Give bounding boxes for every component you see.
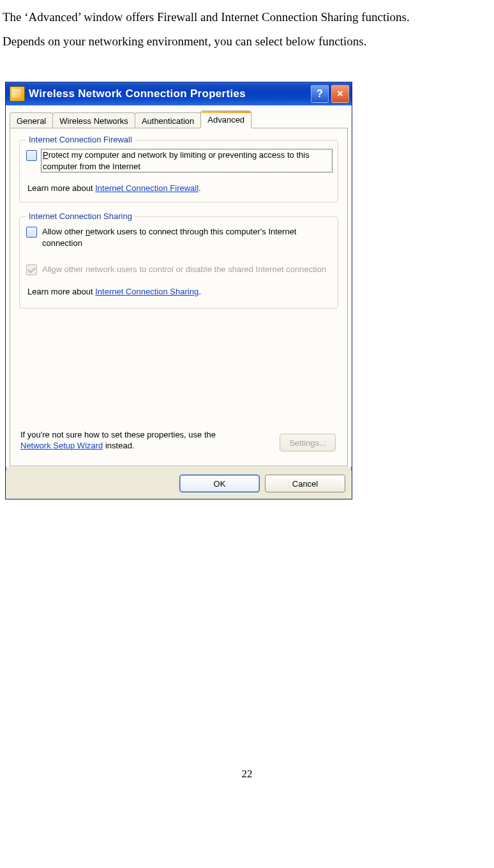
tab-advanced-label: Advanced [207,115,244,125]
group-firewall-legend: Internet Connection Firewall [26,135,135,144]
help-icon: ? [317,88,323,100]
close-button[interactable]: × [331,85,349,103]
doc-line-1: The ‘Advanced’ window offers Firewall an… [3,10,410,24]
link-firewall-help[interactable]: Internet Connection Firewall [95,183,198,193]
tab-panel-advanced: Internet Connection Firewall Protect my … [10,128,348,466]
tab-authentication[interactable]: Authentication [135,112,201,129]
settings-button-label: Settings... [289,438,326,448]
help-button[interactable]: ? [311,85,329,103]
tab-general[interactable]: General [10,112,53,129]
tab-wireless-label: Wireless Networks [59,116,128,126]
checkbox-protect-computer[interactable] [26,150,37,161]
cancel-button-label: Cancel [292,479,318,489]
bottom-note: If you're not sure how to set these prop… [20,429,231,452]
tab-strip: General Wireless Networks Authentication… [6,105,352,128]
close-icon: × [337,88,343,100]
checkbox-protect-computer-label: Protect my computer and network by limit… [41,149,333,172]
cancel-button[interactable]: Cancel [265,475,345,492]
settings-button: Settings... [280,434,336,452]
dialog-button-row: OK Cancel [6,471,352,499]
ok-button-label: OK [214,479,226,489]
checkbox-allow-connect-label: Allow other network users to connect thr… [42,226,331,248]
window-title: Wireless Network Connection Properties [29,88,311,100]
checkbox-allow-control [26,264,37,275]
learn-firewall: Learn more about Internet Connection Fir… [27,183,331,193]
page-number: 22 [0,768,494,793]
doc-line-2: Depends on your networking environment, … [3,34,366,48]
tab-auth-label: Authentication [142,116,194,126]
checkbox-allow-control-label: Allow other network users to control or … [42,264,326,275]
link-network-setup-wizard[interactable]: Network Setup Wizard [20,441,103,450]
tab-advanced[interactable]: Advanced [200,110,251,128]
window-icon [10,86,25,102]
document-paragraph: The ‘Advanced’ window offers Firewall an… [0,0,494,54]
titlebar[interactable]: Wireless Network Connection Properties ?… [6,82,352,105]
tab-wireless-networks[interactable]: Wireless Networks [52,112,135,129]
group-sharing: Internet Connection Sharing Allow other … [19,217,338,308]
group-sharing-legend: Internet Connection Sharing [26,211,135,221]
properties-dialog: Wireless Network Connection Properties ?… [5,82,352,499]
checkbox-allow-connect[interactable] [26,227,37,238]
tab-general-label: General [17,116,46,126]
learn-sharing: Learn more about Internet Connection Sha… [27,287,331,296]
ok-button[interactable]: OK [179,475,260,492]
group-firewall: Internet Connection Firewall Protect my … [19,140,338,202]
link-sharing-help[interactable]: Internet Connection Sharing [95,287,198,296]
